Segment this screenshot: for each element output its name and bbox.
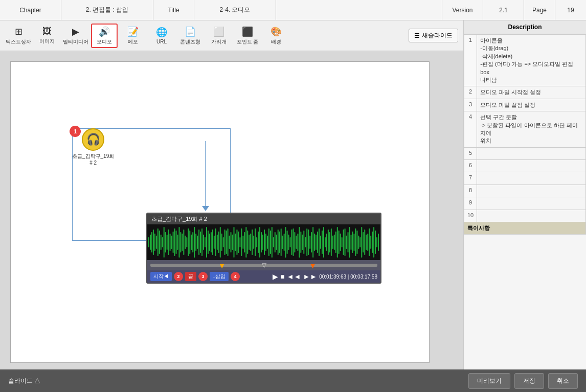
svg-rect-90 [284, 234, 285, 251]
page-value: 19 [567, 7, 574, 14]
desc-num-3: 3 [464, 99, 477, 111]
svg-rect-89 [282, 236, 283, 249]
svg-rect-81 [270, 230, 271, 254]
svg-rect-120 [329, 232, 330, 252]
desc-row-8: 8 [464, 185, 586, 197]
slide-info: 슬라이드 △ [8, 377, 40, 385]
svg-rect-103 [303, 230, 304, 254]
badge-2: 2 [174, 272, 183, 281]
tool-image-button[interactable]: 🖼 이미지 [34, 24, 60, 48]
tool-background-label: 배경 [271, 38, 281, 45]
svg-rect-140 [359, 237, 360, 247]
svg-rect-124 [335, 232, 336, 253]
distance-icon: ⬜ [213, 26, 224, 37]
insert-button[interactable]: ↓삽입 [210, 272, 229, 281]
end-button[interactable]: 끝 [185, 272, 196, 281]
special-label: 특이사항 [464, 222, 586, 235]
save-button[interactable]: 저장 [514, 373, 544, 389]
start-button[interactable]: 시작◀ [150, 272, 172, 281]
tool-text-button[interactable]: ⊞ 텍스트상자 [5, 24, 32, 48]
svg-rect-8 [159, 230, 160, 254]
svg-rect-118 [326, 234, 327, 251]
memo-icon: 📝 [127, 26, 139, 37]
svg-rect-143 [364, 229, 365, 255]
svg-rect-28 [189, 230, 190, 254]
tool-pointzoom-button[interactable]: ⬛ 포인트 줌 [234, 24, 261, 48]
play-button[interactable]: ▶ [273, 272, 278, 281]
svg-rect-116 [323, 227, 324, 258]
version-value: 2.1 [499, 7, 508, 14]
svg-rect-25 [185, 236, 186, 249]
svg-rect-113 [319, 228, 320, 256]
svg-rect-108 [311, 232, 312, 252]
desc-text-9 [477, 197, 586, 210]
svg-rect-43 [212, 229, 213, 255]
timeline-bar[interactable]: ▼ ▽ ▼ [147, 260, 380, 270]
new-slide-button[interactable]: ☰ 새슬라이드 [409, 29, 458, 42]
svg-rect-77 [264, 229, 265, 255]
svg-rect-22 [180, 232, 181, 252]
tool-distance-label: 가리개 [211, 38, 227, 45]
svg-rect-2 [150, 235, 151, 250]
desc-row-3: 3 오디오 파일 끝점 설정 [464, 99, 586, 111]
new-slide-label: 새슬라이드 [422, 31, 453, 40]
timeline-track[interactable]: ▼ ▽ ▼ [150, 264, 377, 267]
svg-rect-79 [267, 236, 268, 249]
svg-rect-26 [186, 237, 187, 247]
svg-rect-7 [157, 228, 159, 256]
rewind-button[interactable]: ◄◄ [287, 272, 301, 281]
desc-text-3: 오디오 파일 끝점 설정 [477, 99, 586, 111]
svg-rect-122 [332, 236, 333, 249]
svg-rect-36 [201, 228, 202, 256]
svg-rect-64 [244, 232, 245, 252]
svg-rect-97 [294, 232, 295, 252]
svg-rect-67 [249, 235, 250, 250]
tool-distance-button[interactable]: ⬜ 가리개 [206, 24, 232, 48]
tool-background-button[interactable]: 🎨 배경 [263, 24, 289, 48]
tool-url-button[interactable]: 🌐 URL [148, 24, 175, 48]
svg-rect-119 [328, 229, 329, 255]
preview-button[interactable]: 미리보기 [468, 373, 510, 389]
page-label: Page [532, 7, 547, 14]
svg-rect-96 [293, 228, 294, 256]
desc-text-8 [477, 185, 586, 197]
desc-row-10: 10 [464, 210, 586, 222]
svg-rect-37 [203, 235, 204, 250]
stop-button[interactable]: ■ [280, 272, 284, 281]
tool-media-button[interactable]: ▶ 멀티미디어 [62, 24, 89, 48]
main-layout: ⊞ 텍스트상자 🖼 이미지 ▶ 멀티미디어 🔊 오디오 📝 메모 🌐 URL [0, 20, 586, 370]
desc-row-7: 7 [464, 172, 586, 185]
audio-editor: 초급_김탁구_19회 # 2 // Generate waveform bars… [146, 213, 381, 284]
svg-rect-32 [195, 234, 196, 251]
tool-audio-button[interactable]: 🔊 오디오 [91, 24, 118, 48]
tool-memo-button[interactable]: 📝 메모 [120, 24, 146, 48]
tool-url-label: URL [156, 39, 167, 44]
svg-rect-91 [285, 227, 286, 258]
media-icon: ▶ [72, 26, 79, 37]
svg-rect-65 [245, 227, 246, 258]
title-value-cell: 2-4. 오디오 [194, 0, 276, 20]
empty-desc-area [464, 235, 586, 370]
audio-editor-title: 초급_김탁구_19회 # 2 [147, 214, 380, 224]
desc-num-4: 4 [464, 111, 477, 148]
tool-linktype-button[interactable]: 📄 콘텐츠형 [177, 24, 204, 48]
badge-4: 4 [231, 272, 240, 281]
waveform-area: // Generate waveform bars inline via SVG… [147, 224, 380, 260]
new-slide-icon: ☰ [414, 32, 420, 39]
svg-rect-98 [296, 236, 297, 249]
svg-rect-63 [242, 236, 243, 249]
cancel-button[interactable]: 취소 [548, 373, 578, 389]
chapter-cell: Chapter [0, 0, 61, 20]
badge-1: 1 [70, 126, 81, 137]
canvas-area: 1 🎧 초급_김탁구_19회# 2 초급_김탁구_19회 # 2 [0, 51, 463, 370]
waveform-svg: // Generate waveform bars inline via SVG… [147, 224, 380, 260]
svg-rect-78 [265, 234, 266, 251]
svg-rect-58 [235, 234, 236, 251]
forward-button[interactable]: ►► [303, 272, 317, 281]
svg-rect-47 [218, 232, 219, 253]
svg-rect-49 [221, 234, 222, 251]
special-row: 특이사항 [464, 222, 586, 235]
svg-rect-41 [209, 234, 210, 251]
audio-icon-container[interactable]: 1 🎧 초급_김탁구_19회# 2 [72, 128, 114, 166]
svg-rect-115 [322, 230, 323, 254]
